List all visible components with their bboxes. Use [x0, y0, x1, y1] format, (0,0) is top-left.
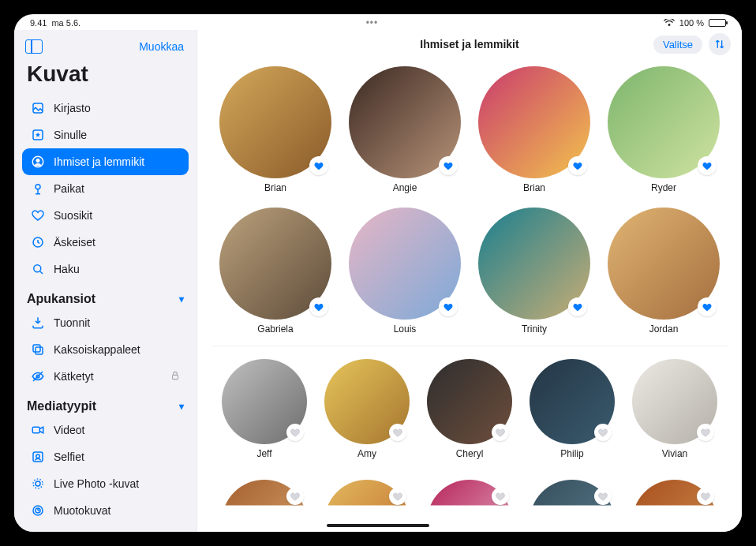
people-icon	[30, 154, 46, 170]
sidebar-toggle-icon[interactable]	[25, 39, 43, 54]
person-tile[interactable]	[322, 480, 412, 508]
person-tile[interactable]	[527, 480, 617, 508]
multitask-indicator-icon[interactable]: •••	[366, 17, 379, 28]
person-name: Brian	[264, 182, 286, 193]
sidebar-item-search[interactable]: Haku	[22, 256, 189, 282]
sort-button[interactable]	[709, 33, 731, 55]
favorite-badge[interactable]	[309, 297, 328, 316]
favorite-badge[interactable]	[439, 156, 458, 175]
favorite-badge[interactable]	[286, 424, 304, 441]
section-label: Mediatyypit	[27, 399, 96, 413]
person-name: Trinity	[522, 323, 547, 335]
person-tile[interactable]	[630, 480, 720, 508]
chevron-down-icon: ▾	[179, 294, 184, 305]
favorite-badge[interactable]	[594, 424, 612, 441]
person-name: Gabriela	[257, 323, 293, 335]
favorite-badge[interactable]	[568, 156, 587, 175]
favorite-badge[interactable]	[492, 424, 509, 441]
sidebar-item-videos[interactable]: Videot	[22, 417, 189, 443]
person-tile[interactable]: Ryder	[604, 66, 723, 193]
favorite-badge[interactable]	[697, 424, 714, 441]
sidebar-item-selfies[interactable]: Selfiet	[22, 443, 189, 470]
chevron-down-icon: ▾	[179, 401, 184, 412]
person-name: Vivian	[662, 448, 687, 459]
svg-point-3	[36, 159, 40, 163]
favorite-badge[interactable]	[492, 488, 509, 505]
person-tile[interactable]: Brian	[216, 66, 335, 193]
livephoto-icon	[30, 476, 46, 492]
svg-point-14	[36, 481, 40, 486]
library-icon	[30, 100, 46, 116]
main-content: Ihmiset ja lemmikit Valitse BrianAngieBr…	[197, 30, 742, 532]
favorite-badge[interactable]	[389, 488, 406, 505]
favorite-badge[interactable]	[697, 488, 714, 505]
sidebar-item-duplicates[interactable]: Kaksoiskappaleet	[22, 336, 189, 363]
sidebar-item-favorites[interactable]: Suosikit	[22, 202, 189, 229]
favorite-badge[interactable]	[698, 297, 717, 316]
person-tile[interactable]: Trinity	[475, 208, 593, 335]
favorite-badge[interactable]	[389, 424, 406, 441]
status-date: ma 5.6.	[51, 18, 80, 28]
sidebar-item-label: Videot	[54, 424, 84, 436]
favorite-badge[interactable]	[309, 156, 328, 175]
sidebar-item-portraits[interactable]: Muotokuvat	[22, 497, 189, 524]
person-tile[interactable]	[425, 480, 515, 508]
sidebar-item-label: Sinulle	[54, 129, 87, 141]
person-name: Jordan	[649, 323, 679, 335]
person-name: Angie	[393, 182, 417, 193]
foryou-icon	[30, 127, 46, 143]
favorite-badge[interactable]	[568, 297, 587, 316]
sidebar-item-people-pets[interactable]: Ihmiset ja lemmikit	[22, 148, 189, 175]
person-name: Louis	[394, 323, 417, 335]
sidebar-item-livephotos[interactable]: Live Photo -kuvat	[22, 470, 189, 497]
sidebar-item-label: Muotokuvat	[54, 504, 110, 517]
svg-rect-10	[173, 375, 178, 379]
favorite-badge[interactable]	[439, 297, 458, 316]
section-utilities[interactable]: Apukansiot ▾	[22, 282, 189, 309]
people-grid-others: JeffAmyCherylPhilipVivian	[197, 346, 742, 467]
search-icon	[30, 261, 46, 277]
favorite-badge[interactable]	[594, 488, 612, 505]
person-name: Cheryl	[456, 448, 484, 459]
person-tile[interactable]: Cheryl	[425, 359, 515, 459]
sidebar-item-foryou[interactable]: Sinulle	[22, 122, 189, 148]
sidebar-item-places[interactable]: Paikat	[22, 175, 189, 202]
person-tile[interactable]: Louis	[346, 208, 464, 335]
person-tile[interactable]: Angie	[346, 66, 464, 193]
favorite-badge[interactable]	[286, 488, 304, 505]
sidebar-item-label: Kätketyt	[54, 370, 94, 383]
sidebar-item-label: Paikat	[54, 182, 84, 195]
favorite-badge[interactable]	[698, 156, 717, 175]
sidebar-item-label: Live Photo -kuvat	[54, 477, 139, 490]
svg-point-4	[36, 185, 40, 189]
person-tile[interactable]: Vivian	[630, 359, 720, 459]
edit-button[interactable]: Muokkaa	[139, 40, 184, 53]
home-indicator[interactable]	[327, 524, 429, 527]
sidebar-item-recent[interactable]: Äskeiset	[22, 229, 189, 256]
sidebar-item-hidden[interactable]: Kätketyt	[22, 363, 189, 390]
battery-icon	[709, 19, 726, 27]
person-tile[interactable]: Gabriela	[216, 208, 335, 335]
person-name: Jeff	[256, 448, 271, 459]
sidebar-item-label: Ihmiset ja lemmikit	[54, 155, 144, 168]
duplicates-icon	[30, 342, 46, 357]
sidebar-item-label: Haku	[54, 263, 80, 275]
person-tile[interactable]: Amy	[322, 359, 412, 459]
sidebar-item-label: Äskeiset	[54, 236, 95, 249]
person-name: Brian	[523, 182, 545, 193]
person-tile[interactable]: Jordan	[604, 208, 723, 335]
person-tile[interactable]: Philip	[527, 359, 617, 459]
sidebar-item-imports[interactable]: Tuonnit	[22, 309, 189, 336]
select-button[interactable]: Valitse	[653, 36, 702, 54]
clock-icon	[30, 234, 46, 250]
section-media[interactable]: Mediatyypit ▾	[22, 390, 189, 417]
svg-rect-11	[32, 427, 39, 433]
person-tile[interactable]: Brian	[475, 66, 593, 193]
person-tile[interactable]	[219, 480, 309, 508]
status-bar: 9.41 ma 5.6. ••• 100 %	[14, 14, 742, 30]
people-grid-overflow	[197, 467, 742, 516]
person-tile[interactable]: Jeff	[219, 359, 309, 459]
portrait-icon	[30, 503, 46, 518]
sidebar-item-library[interactable]: Kirjasto	[22, 95, 189, 122]
svg-rect-8	[36, 347, 43, 354]
